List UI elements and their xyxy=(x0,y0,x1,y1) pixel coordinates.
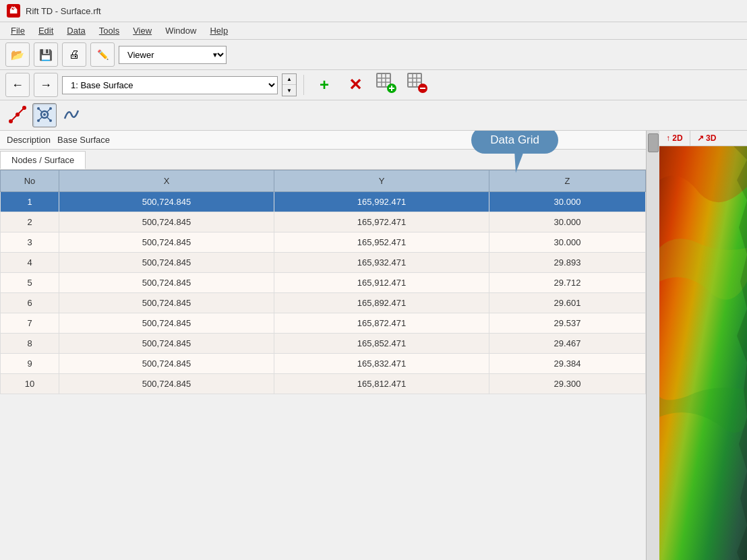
menu-file[interactable]: File xyxy=(5,24,30,37)
grid-add-icon xyxy=(376,72,397,98)
menu-window[interactable]: Window xyxy=(160,24,202,37)
cell-y: 165,872.471 xyxy=(274,313,489,334)
view-buttons: ↑ 2D ↗ 3D xyxy=(659,131,747,146)
svg-point-26 xyxy=(49,107,52,110)
open-button[interactable]: 📂 xyxy=(5,42,30,67)
description-label: Description xyxy=(7,135,51,145)
svg-point-27 xyxy=(37,119,40,122)
cell-no: 3 xyxy=(1,232,59,253)
scatter-button[interactable] xyxy=(5,103,30,127)
cell-x: 500,724.845 xyxy=(59,232,274,253)
plus-icon: + xyxy=(320,75,329,94)
cell-x: 500,724.845 xyxy=(59,293,274,313)
nodes-button[interactable] xyxy=(32,103,57,127)
description-bar: Description Base Surface Data Grid xyxy=(0,131,646,150)
app-icon: 🏔 xyxy=(7,4,20,18)
data-table: No X Y Z 1500,724.845165,992.47130.00025… xyxy=(0,170,646,394)
print-button[interactable]: 🖨 xyxy=(62,42,86,67)
terrain-panel: ↑ 2D ↗ 3D xyxy=(659,131,747,560)
cell-z: 29.467 xyxy=(489,334,646,354)
save-button[interactable]: 💾 xyxy=(34,42,58,67)
icon-toolbar xyxy=(0,100,747,131)
save-icon: 💾 xyxy=(39,49,53,61)
menu-view[interactable]: View xyxy=(127,24,157,37)
cell-y: 165,992.471 xyxy=(274,192,489,212)
table-row[interactable]: 2500,724.845165,972.47130.000 xyxy=(1,212,646,232)
cell-no: 6 xyxy=(1,293,59,313)
2d-icon: ↑ xyxy=(666,133,670,143)
cell-y: 165,812.471 xyxy=(274,374,489,394)
scrollbar[interactable] xyxy=(646,131,659,560)
menu-tools[interactable]: Tools xyxy=(94,24,125,37)
edit-button[interactable]: ✏️ xyxy=(90,42,115,67)
view-3d-button[interactable]: ↗ 3D xyxy=(690,131,723,146)
spin-down-button[interactable]: ▼ xyxy=(282,85,296,96)
tabs-bar: Nodes / Surface xyxy=(0,150,646,170)
table-row[interactable]: 5500,724.845165,912.47129.712 xyxy=(1,273,646,293)
cell-z: 29.300 xyxy=(489,374,646,394)
cell-x: 500,724.845 xyxy=(59,374,274,394)
svg-rect-29 xyxy=(659,146,747,560)
add-button[interactable]: + xyxy=(311,73,338,97)
curve-button[interactable] xyxy=(59,103,84,127)
nodes-icon xyxy=(35,105,54,126)
menu-data[interactable]: Data xyxy=(61,24,90,37)
cell-z: 30.000 xyxy=(489,232,646,253)
cell-z: 29.712 xyxy=(489,273,646,293)
table-row[interactable]: 1500,724.845165,992.47130.000 xyxy=(1,192,646,212)
cell-z: 30.000 xyxy=(489,192,646,212)
back-button[interactable]: ← xyxy=(5,73,30,97)
open-icon: 📂 xyxy=(11,49,24,61)
svg-rect-8 xyxy=(408,73,421,87)
cell-no: 10 xyxy=(1,374,59,394)
cell-x: 500,724.845 xyxy=(59,273,274,293)
table-row[interactable]: 10500,724.845165,812.47129.300 xyxy=(1,374,646,394)
col-header-no: No xyxy=(1,170,59,192)
table-row[interactable]: 3500,724.845165,952.47130.000 xyxy=(1,232,646,253)
spin-up-button[interactable]: ▲ xyxy=(282,74,296,85)
scrollbar-thumb[interactable] xyxy=(648,133,659,152)
data-grid-wrapper[interactable]: No X Y Z 1500,724.845165,992.47130.00025… xyxy=(0,170,646,560)
grid-remove-button[interactable] xyxy=(404,73,431,97)
edit-icon: ✏️ xyxy=(97,49,109,60)
forward-button[interactable]: → xyxy=(34,73,58,97)
cell-no: 1 xyxy=(1,192,59,212)
delete-button[interactable]: ✕ xyxy=(342,73,369,97)
cell-x: 500,724.845 xyxy=(59,212,274,232)
cell-no: 8 xyxy=(1,334,59,354)
col-header-y: Y xyxy=(274,170,489,192)
scatter-icon xyxy=(8,105,27,126)
3d-icon: ↗ xyxy=(697,133,704,143)
menu-edit[interactable]: Edit xyxy=(33,24,59,37)
cell-x: 500,724.845 xyxy=(59,192,274,212)
cell-y: 165,952.471 xyxy=(274,232,489,253)
cell-no: 5 xyxy=(1,273,59,293)
table-row[interactable]: 4500,724.845165,932.47129.893 xyxy=(1,253,646,273)
curve-icon xyxy=(62,105,81,126)
surface-dropdown[interactable]: 1: Base Surface xyxy=(62,76,278,94)
grid-remove-icon xyxy=(407,72,428,98)
col-header-x: X xyxy=(59,170,274,192)
cell-no: 4 xyxy=(1,253,59,273)
table-row[interactable]: 6500,724.845165,892.47129.601 xyxy=(1,293,646,313)
tab-nodes-surface[interactable]: Nodes / Surface xyxy=(0,151,86,169)
svg-point-25 xyxy=(37,107,40,110)
surface-spinner[interactable]: ▲ ▼ xyxy=(282,73,297,96)
svg-point-28 xyxy=(49,119,52,122)
cell-y: 165,972.471 xyxy=(274,212,489,232)
svg-rect-0 xyxy=(377,73,390,87)
cell-z: 29.601 xyxy=(489,293,646,313)
cell-no: 2 xyxy=(1,212,59,232)
table-row[interactable]: 7500,724.845165,872.47129.537 xyxy=(1,313,646,334)
cell-z: 30.000 xyxy=(489,212,646,232)
delete-icon: ✕ xyxy=(349,75,362,94)
table-row[interactable]: 9500,724.845165,832.47129.384 xyxy=(1,354,646,374)
view-2d-button[interactable]: ↑ 2D xyxy=(659,131,690,146)
print-icon: 🖨 xyxy=(69,49,80,61)
grid-add-button[interactable] xyxy=(373,73,400,97)
viewer-dropdown[interactable]: Viewer xyxy=(119,46,227,64)
table-row[interactable]: 8500,724.845165,852.47129.467 xyxy=(1,334,646,354)
menu-help[interactable]: Help xyxy=(204,24,233,37)
svg-point-16 xyxy=(9,119,13,123)
back-icon: ← xyxy=(11,78,24,92)
